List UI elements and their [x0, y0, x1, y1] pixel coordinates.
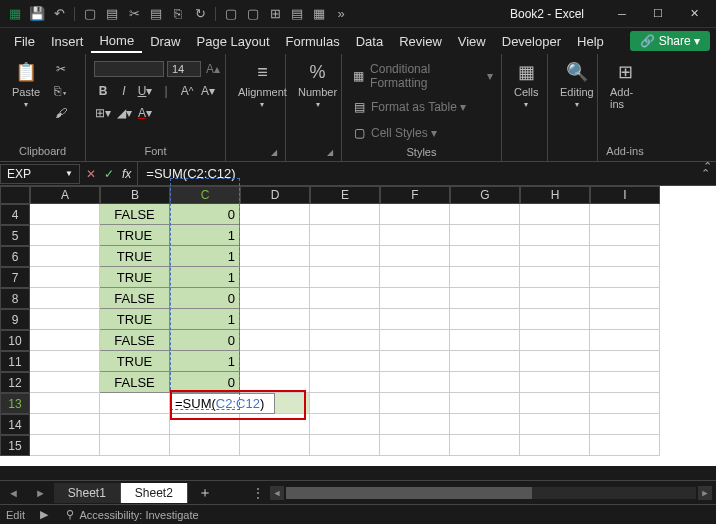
collapse-ribbon-button[interactable]: ⌃	[703, 160, 712, 173]
cell-G7[interactable]	[450, 267, 520, 288]
cell-F8[interactable]	[380, 288, 450, 309]
cell-E11[interactable]	[310, 351, 380, 372]
column-header[interactable]: D	[240, 186, 310, 204]
column-header[interactable]: E	[310, 186, 380, 204]
cell-B7[interactable]: TRUE	[100, 267, 170, 288]
cell-C13[interactable]: =SUM(C2:C12)	[170, 393, 275, 414]
cell-C11[interactable]: 1	[170, 351, 240, 372]
cell-C9[interactable]: 1	[170, 309, 240, 330]
cell-C15[interactable]	[170, 435, 240, 456]
bold-button[interactable]: B	[94, 82, 112, 100]
cell-E9[interactable]	[310, 309, 380, 330]
cell-G6[interactable]	[450, 246, 520, 267]
tab-nav-next[interactable]: ►	[27, 487, 54, 499]
cell-B9[interactable]: TRUE	[100, 309, 170, 330]
cell-I12[interactable]	[590, 372, 660, 393]
cell-E12[interactable]	[310, 372, 380, 393]
cell-A10[interactable]	[30, 330, 100, 351]
cell-C10[interactable]: 0	[170, 330, 240, 351]
font-size-buttons[interactable]: A^	[178, 82, 196, 100]
qat-icon[interactable]: ▤	[148, 6, 164, 22]
underline-button[interactable]: U▾	[136, 82, 154, 100]
cell-H11[interactable]	[520, 351, 590, 372]
cell-G11[interactable]	[450, 351, 520, 372]
conditional-formatting-button[interactable]: ▦Conditional Formatting ▾	[350, 62, 493, 90]
cell-E5[interactable]	[310, 225, 380, 246]
cell-B5[interactable]: TRUE	[100, 225, 170, 246]
cell-I8[interactable]	[590, 288, 660, 309]
row-header[interactable]: 9	[0, 309, 30, 330]
cell-F6[interactable]	[380, 246, 450, 267]
row-header[interactable]: 15	[0, 435, 30, 456]
sheet-tab-sheet1[interactable]: Sheet1	[54, 483, 121, 503]
cell-B8[interactable]: FALSE	[100, 288, 170, 309]
cell-I14[interactable]	[590, 414, 660, 435]
menu-help[interactable]: Help	[569, 31, 612, 52]
cell-H14[interactable]	[520, 414, 590, 435]
cell-D5[interactable]	[240, 225, 310, 246]
tab-menu-button[interactable]: ⋮	[252, 486, 266, 500]
cell-I7[interactable]	[590, 267, 660, 288]
row-header[interactable]: 8	[0, 288, 30, 309]
cut-icon[interactable]: ✂	[52, 60, 70, 78]
cell-B6[interactable]: TRUE	[100, 246, 170, 267]
cell-H4[interactable]	[520, 204, 590, 225]
italic-button[interactable]: I	[115, 82, 133, 100]
cell-I13[interactable]	[590, 393, 660, 414]
format-painter-icon[interactable]: 🖌	[52, 104, 70, 122]
cell-F11[interactable]	[380, 351, 450, 372]
qat-icon[interactable]: ▢	[223, 6, 239, 22]
editing-button[interactable]: 🔍Editing▾	[554, 58, 600, 111]
cell-D13[interactable]	[275, 393, 310, 414]
menu-insert[interactable]: Insert	[43, 31, 92, 52]
paste-button[interactable]: 📋 Paste▾	[6, 58, 46, 111]
cell-C7[interactable]: 1	[170, 267, 240, 288]
cell-H7[interactable]	[520, 267, 590, 288]
menu-file[interactable]: File	[6, 31, 43, 52]
sheet-tab-sheet2[interactable]: Sheet2	[121, 483, 188, 503]
addins-button[interactable]: ⊞Add-ins	[604, 58, 646, 112]
cell-G13[interactable]	[450, 393, 520, 414]
cell-H6[interactable]	[520, 246, 590, 267]
horizontal-scrollbar[interactable]: ◄►	[266, 486, 716, 500]
row-header[interactable]: 5	[0, 225, 30, 246]
column-header[interactable]: C	[170, 186, 240, 204]
cell-F12[interactable]	[380, 372, 450, 393]
macro-icon[interactable]: ▶	[37, 508, 51, 522]
cancel-formula-button[interactable]: ✕	[86, 167, 96, 181]
select-all-corner[interactable]	[0, 186, 30, 204]
cell-H5[interactable]	[520, 225, 590, 246]
cell-D14[interactable]	[240, 414, 310, 435]
cell-E14[interactable]	[310, 414, 380, 435]
cell-F15[interactable]	[380, 435, 450, 456]
undo-icon[interactable]: ↶	[51, 6, 67, 22]
share-button[interactable]: 🔗 Share ▾	[630, 31, 710, 51]
column-header[interactable]: F	[380, 186, 450, 204]
cell-F10[interactable]	[380, 330, 450, 351]
qat-icon[interactable]: ✂	[126, 6, 142, 22]
cell-I4[interactable]	[590, 204, 660, 225]
copy-icon[interactable]: ⎘▾	[52, 82, 70, 100]
cell-I10[interactable]	[590, 330, 660, 351]
name-box[interactable]: EXP▼	[0, 164, 80, 184]
cell-D9[interactable]	[240, 309, 310, 330]
cell-A4[interactable]	[30, 204, 100, 225]
qat-icon[interactable]: ⊞	[267, 6, 283, 22]
cell-G4[interactable]	[450, 204, 520, 225]
cell-I5[interactable]	[590, 225, 660, 246]
alignment-button[interactable]: ≡ Alignment▾	[232, 58, 293, 111]
row-header[interactable]: 13	[0, 393, 30, 414]
fill-color-button[interactable]: ◢▾	[115, 104, 133, 122]
cell-H9[interactable]	[520, 309, 590, 330]
cell-F9[interactable]	[380, 309, 450, 330]
cell-F13[interactable]	[380, 393, 450, 414]
cell-H8[interactable]	[520, 288, 590, 309]
cell-H12[interactable]	[520, 372, 590, 393]
cell-C14[interactable]	[170, 414, 240, 435]
cell-E6[interactable]	[310, 246, 380, 267]
cell-E10[interactable]	[310, 330, 380, 351]
cell-A15[interactable]	[30, 435, 100, 456]
cell-E13[interactable]	[310, 393, 380, 414]
cell-D4[interactable]	[240, 204, 310, 225]
menu-developer[interactable]: Developer	[494, 31, 569, 52]
